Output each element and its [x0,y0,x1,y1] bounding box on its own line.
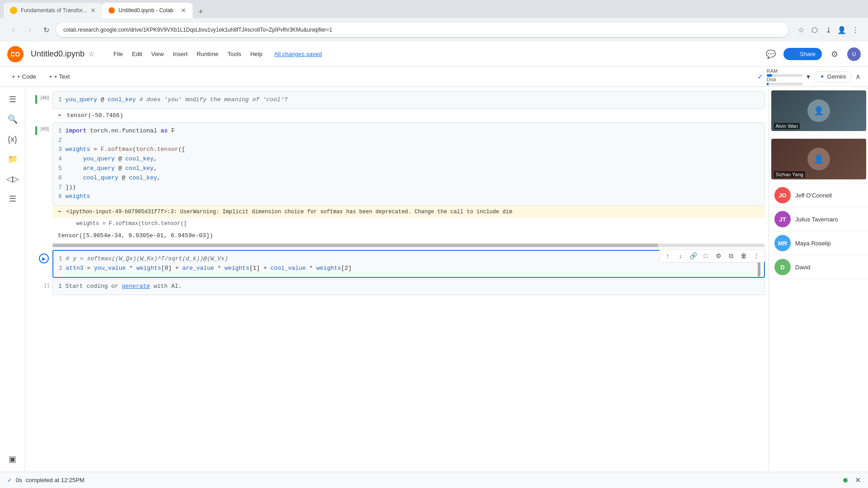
code-line-4: 4 you_query @ cool_key, [58,155,759,164]
cell-indicator-49 [35,126,37,135]
menu-runtime[interactable]: Runtime [192,48,223,60]
settings-cell-button[interactable]: ⚙ [713,250,724,261]
tab-close-1[interactable]: ✕ [90,7,96,14]
settings-button[interactable]: ⚙ [827,47,842,61]
add-text-label: + Text [54,73,70,80]
participant-alvin-wan: 👤 Alvin Wan [769,87,868,135]
cell-active: ▶ 1 # y = softmax((W_Qx)(W_Kx)^T/sqrt(d_… [25,250,769,278]
address-bar-input[interactable]: colab.research.google.com/drive/1KPK9V9V… [56,23,788,37]
empty-cell-text: 1 Start coding or [58,283,122,290]
link-button[interactable]: 🔗 [688,250,698,261]
move-down-button[interactable]: ↓ [675,250,686,261]
code-line-6: 6 cool_query @ cool_key, [58,174,759,183]
tab-favicon-1 [10,7,17,14]
code-cell-49[interactable]: 1 import torch.nn.functional as F 2 3 we… [52,122,765,206]
cell-toolbar: ↑ ↓ 🔗 □ ⚙ ⧉ 🗑 ⋮ [659,249,765,263]
gemini-button[interactable]: ✦ Gemini [814,71,852,82]
download-icon[interactable]: ⤓ [823,24,834,35]
sidebar-code-snippets-icon[interactable]: ◁▷ [5,172,20,186]
extensions-icon[interactable]: ⬡ [809,24,820,35]
menu-help[interactable]: Help [246,48,267,60]
star-icon[interactable]: ☆ [88,50,94,58]
user-avatar[interactable]: U [847,47,861,61]
back-button[interactable]: ‹ [7,23,20,36]
code-line-8: 8 weights [58,192,759,202]
refresh-button[interactable]: ↻ [40,23,52,36]
code-cell-active[interactable]: 1 # y = softmax((W_Qx)(W_Kx)^T/sqrt(d_k)… [52,250,765,278]
active-code-line-1: 1 # y = softmax((W_Qx)(W_Kx)^T/sqrt(d_k)… [59,254,759,264]
account-icon[interactable]: 👤 [836,24,847,35]
warning-output-49: ➡ <ipython-input-49-b07905d31f7f>:3: Use… [52,206,765,218]
sidebar-toc-icon[interactable]: ☰ [5,92,20,107]
cell-number-49: [49] [41,126,49,131]
run-button-active[interactable]: ▶ [39,253,49,263]
bookmarks-icon[interactable]: ☆ [796,24,807,35]
new-tab-button[interactable]: + [194,5,207,18]
code-line-1: 1 import torch.nn.functional as F [58,127,759,136]
participant-avatar-david: D [774,259,791,275]
participant-video-sizhao: 👤 Sizhao Yang [771,139,866,179]
sidebar-files-icon[interactable]: 📁 [5,152,20,166]
menu-tools[interactable]: Tools [223,48,245,60]
participant-avatar-julius: JT [774,211,791,227]
participant-avatar-jeff: JO [774,187,791,203]
tab-favicon-2 [108,7,115,14]
participant-name-julius: Julius Tavernaro [795,216,838,223]
participant-label-sizhao: Sizhao Yang [774,171,805,178]
participant-name-jeff: Jeff O'Connell [795,192,832,199]
output-cell-46: ➡ tensor(-50.7466) [52,109,765,122]
participant-label-alvin: Alvin Wan [774,123,800,129]
active-code-line-2: 2 attn3 = you_value * weights[0] + are_v… [59,264,759,273]
sidebar-variables-icon[interactable]: {x} [5,132,20,146]
menu-file[interactable]: File [109,48,127,60]
sidebar-terminal-icon[interactable]: ▣ [5,452,20,466]
more-cell-button[interactable]: ⋮ [751,250,762,261]
status-check-icon: ✓ [757,72,763,81]
tab-2[interactable]: Untitled0.ipynb - Colab ✕ [102,3,193,18]
menu-view[interactable]: View [146,48,168,60]
menu-edit[interactable]: Edit [127,48,146,60]
menu-dots-icon[interactable]: ⋮ [850,24,861,35]
move-up-button[interactable]: ↑ [662,250,673,261]
participant-julius: JT Julius Tavernaro [769,207,868,231]
tab-title-2: Untitled0.ipynb - Colab [118,7,173,14]
gemini-icon: ✦ [820,73,825,80]
copy-cell-button[interactable]: ⧉ [726,250,736,261]
comment-cell-button[interactable]: □ [700,250,711,261]
share-button[interactable]: 👤 Share [783,48,822,60]
sidebar-search-icon[interactable]: 🔍 [5,112,20,127]
ram-label: RAM [767,68,803,74]
comment-button[interactable]: 💬 [764,47,778,61]
cell-number-empty: [ ] [45,282,49,288]
url-text: colab.research.google.com/drive/1KPK9V9V… [63,27,332,33]
code-cell-46[interactable]: 1 you_query @ cool_key # does 'you' modi… [52,91,765,109]
tab-close-2[interactable]: ✕ [181,7,186,14]
code-line-3: 3 weights = F.softmax(torch.tensor([ [58,145,759,155]
menu-insert[interactable]: Insert [168,48,192,60]
delete-cell-button[interactable]: 🗑 [738,250,749,261]
empty-cell[interactable]: 1 Start coding or generate with AI. [52,279,765,295]
status-dot [843,478,848,483]
participant-sizhao-yang: 👤 Sizhao Yang [769,135,868,183]
add-code-button[interactable]: + + Code [7,71,41,82]
collapse-button[interactable]: ∧ [855,72,861,81]
status-bar: ✓ 0s completed at 12:25PM ✕ [0,472,868,488]
add-code-icon: + [12,73,15,80]
tab-1[interactable]: Fundamentals of Transfor... ✕ [4,3,102,18]
code-line-5: 5 are_query @ cool_key, [58,164,759,174]
generate-link[interactable]: generate [122,283,150,290]
share-icon: 👤 [790,51,797,57]
expand-button[interactable]: ▾ [807,72,810,81]
participant-jeff: JO Jeff O'Connell [769,183,868,207]
cell-number-46: [46] [41,95,49,100]
add-text-button[interactable]: + + Text [44,71,74,82]
sidebar-command-palette-icon[interactable]: ☰ [5,192,20,206]
status-close-button[interactable]: ✕ [855,476,861,484]
status-check-icon: ✓ [7,477,12,483]
cell-46: [46] 1 you_query @ cool_key # does 'you'… [25,91,769,122]
add-code-label: + Code [17,73,36,80]
output-value-46: tensor(-50.7466) [67,112,123,119]
forward-button[interactable]: › [24,23,36,36]
status-completed: completed at 12:25PM [26,477,85,483]
notebook-title[interactable]: Untitled0.ipynb [31,49,85,59]
